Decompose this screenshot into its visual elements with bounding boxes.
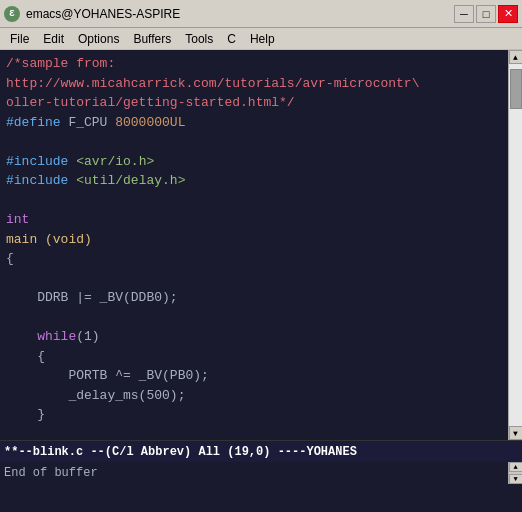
- menu-bar: File Edit Options Buffers Tools C Help: [0, 28, 522, 50]
- menu-file[interactable]: File: [4, 30, 35, 48]
- mode-line: **--blink.c --(C/l Abbrev) All (19,0) --…: [0, 440, 522, 462]
- code-line: {: [6, 347, 502, 367]
- mode-line-content: **--blink.c --(C/l Abbrev) All (19,0) --…: [4, 445, 518, 459]
- code-line: [6, 269, 502, 289]
- scroll-down-arrow[interactable]: ▼: [509, 426, 523, 440]
- code-line: #include <avr/io.h>: [6, 152, 502, 172]
- echo-area: End of buffer: [0, 462, 508, 484]
- minimize-button[interactable]: ─: [454, 5, 474, 23]
- code-line: while(1): [6, 327, 502, 347]
- code-line: int: [6, 210, 502, 230]
- menu-edit[interactable]: Edit: [37, 30, 70, 48]
- scroll-thumb[interactable]: [510, 69, 522, 109]
- echo-scroll-down[interactable]: ▼: [509, 474, 523, 484]
- code-line: [6, 308, 502, 328]
- code-line: [6, 132, 502, 152]
- code-line: [6, 191, 502, 211]
- code-line: #define F_CPU 8000000UL: [6, 113, 502, 133]
- code-line: #include <util/delay.h>: [6, 171, 502, 191]
- menu-options[interactable]: Options: [72, 30, 125, 48]
- menu-buffers[interactable]: Buffers: [127, 30, 177, 48]
- emacs-icon: ε: [4, 6, 20, 22]
- echo-scrollbar[interactable]: ▲ ▼: [508, 462, 522, 484]
- menu-c[interactable]: C: [221, 30, 242, 48]
- code-line: PORTB ^= _BV(PB0);: [6, 366, 502, 386]
- menu-tools[interactable]: Tools: [179, 30, 219, 48]
- editor-container: /*sample from: http://www.micahcarrick.c…: [0, 50, 522, 440]
- echo-text: End of buffer: [4, 466, 98, 480]
- code-line: http://www.micahcarrick.com/tutorials/av…: [6, 74, 502, 94]
- title-bar: ε emacs@YOHANES-ASPIRE ─ □ ✕: [0, 0, 522, 28]
- code-line: [6, 425, 502, 441]
- echo-scroll-up[interactable]: ▲: [509, 462, 523, 472]
- window-controls: ─ □ ✕: [454, 5, 518, 23]
- menu-help[interactable]: Help: [244, 30, 281, 48]
- bottom-row: End of buffer ▲ ▼: [0, 462, 522, 484]
- code-line: {: [6, 249, 502, 269]
- editor-content[interactable]: /*sample from: http://www.micahcarrick.c…: [0, 50, 508, 440]
- close-button[interactable]: ✕: [498, 5, 518, 23]
- code-line: oller-tutorial/getting-started.html*/: [6, 93, 502, 113]
- vertical-scrollbar[interactable]: ▲ ▼: [508, 50, 522, 440]
- title-bar-left: ε emacs@YOHANES-ASPIRE: [4, 6, 180, 22]
- code-line: _delay_ms(500);: [6, 386, 502, 406]
- window-title: emacs@YOHANES-ASPIRE: [26, 7, 180, 21]
- scroll-up-arrow[interactable]: ▲: [509, 50, 523, 64]
- code-line: /*sample from:: [6, 54, 502, 74]
- scroll-track[interactable]: [509, 64, 522, 426]
- code-line: main (void): [6, 230, 502, 250]
- maximize-button[interactable]: □: [476, 5, 496, 23]
- code-line: }: [6, 405, 502, 425]
- code-line: DDRB |= _BV(DDB0);: [6, 288, 502, 308]
- mode-line-text: **--blink.c --(C/l Abbrev) All (19,0) --…: [4, 445, 357, 459]
